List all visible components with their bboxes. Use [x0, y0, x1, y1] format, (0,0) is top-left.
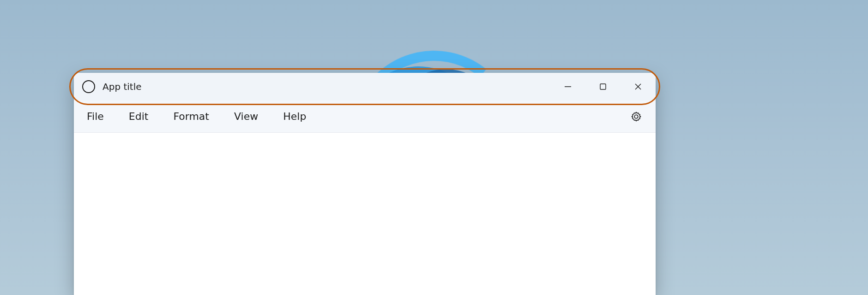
menu-edit[interactable]: Edit [129, 111, 149, 122]
gear-icon [631, 111, 642, 122]
maximize-icon [599, 83, 607, 90]
menu-help[interactable]: Help [283, 111, 306, 122]
settings-button[interactable] [630, 110, 643, 123]
menu-bar: File Edit Format View Help [74, 100, 656, 133]
svg-rect-1 [600, 84, 606, 89]
content-area [74, 133, 656, 295]
maximize-button[interactable] [585, 73, 621, 100]
close-icon [634, 83, 642, 90]
caption-controls [550, 73, 656, 100]
app-window: App title File Edit Format [74, 73, 656, 295]
menu-file[interactable]: File [87, 111, 104, 122]
close-button[interactable] [621, 73, 656, 100]
title-bar[interactable]: App title [74, 73, 656, 100]
minimize-button[interactable] [550, 73, 585, 100]
menu-view[interactable]: View [234, 111, 258, 122]
menu-format[interactable]: Format [173, 111, 209, 122]
app-title: App title [102, 81, 142, 92]
app-icon [82, 80, 95, 93]
minimize-icon [564, 83, 572, 90]
